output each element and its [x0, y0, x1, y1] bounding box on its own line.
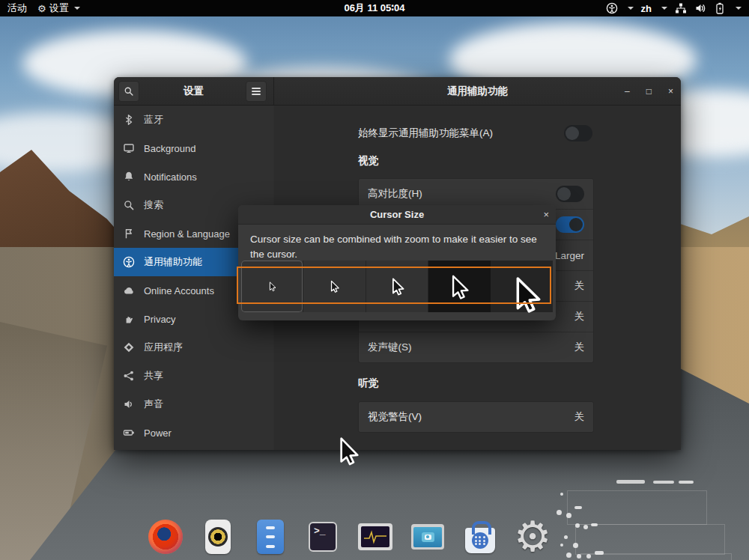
- dialog-close-button[interactable]: ×: [543, 205, 549, 224]
- screenshot-icon: [411, 524, 444, 550]
- cursor-size-option-2[interactable]: [303, 261, 365, 312]
- sidebar-label: 蓝牙: [144, 113, 163, 127]
- sidebar-item-sharing[interactable]: 共享: [114, 362, 273, 390]
- dock-item-firefox[interactable]: [139, 515, 192, 559]
- sidebar-label: 声音: [144, 398, 163, 411]
- large-text-toggle[interactable]: [556, 216, 584, 233]
- always-show-menu-row[interactable]: 始终显示通用辅助功能菜单(A): [358, 119, 592, 147]
- dock-item-settings[interactable]: ⚙: [506, 515, 559, 559]
- cursor-size-option-3[interactable]: [366, 261, 428, 312]
- cursor-icon: [327, 279, 342, 293]
- sidebar-label: 共享: [144, 369, 163, 383]
- network-icon[interactable]: [675, 2, 687, 14]
- chevron-down-icon: [736, 7, 742, 10]
- sidebar-label: 通用辅助功能: [144, 255, 202, 269]
- accessibility-menu-icon[interactable]: [606, 2, 618, 14]
- headerbar-left: 设置: [114, 77, 274, 105]
- cursor-size-dialog: Cursor Size × Cursor size can be combine…: [238, 205, 556, 320]
- cursor-size-option-4[interactable]: [428, 261, 490, 312]
- cursor-size-value: Larger: [555, 250, 584, 261]
- visual-alerts-row[interactable]: 视觉警告(V) 关: [359, 402, 593, 432]
- sidebar-label: Privacy: [144, 314, 176, 325]
- sidebar-label: 应用程序: [144, 341, 183, 354]
- power-icon: [123, 427, 135, 439]
- sidebar-item-bluetooth[interactable]: 蓝牙: [114, 106, 273, 134]
- sound-keys-label: 发声键(S): [368, 341, 412, 354]
- settings-gear-icon: ⚙: [514, 516, 551, 558]
- sidebar-label: 搜索: [144, 198, 163, 212]
- dock-item-files[interactable]: [244, 515, 297, 559]
- minimize-button[interactable]: –: [625, 86, 630, 97]
- sidebar-item-notifications[interactable]: Notifications: [114, 162, 273, 191]
- headerbar: 设置 通用辅助功能 – □ ×: [114, 77, 681, 106]
- cursor-icon: [506, 273, 548, 315]
- always-show-menu-label: 始终显示通用辅助功能菜单(A): [358, 127, 493, 140]
- dialog-title: Cursor Size: [370, 209, 424, 220]
- chevron-down-icon: [628, 7, 634, 10]
- chevron-down-icon: [74, 7, 80, 10]
- cursor-icon: [445, 273, 473, 301]
- app-menu-button[interactable]: ⚙ 设置: [37, 1, 80, 15]
- chevron-down-icon: [661, 7, 667, 10]
- cursor-icon: [387, 276, 407, 296]
- dock-item-terminal[interactable]: >_: [297, 515, 349, 559]
- zoom-value: 关: [574, 279, 585, 293]
- high-contrast-row[interactable]: 高对比度(H): [359, 179, 593, 209]
- high-contrast-toggle[interactable]: [556, 186, 584, 202]
- cursor-size-option-1[interactable]: [241, 261, 303, 312]
- seeing-section-header: 视觉: [358, 154, 378, 168]
- primary-menu-button[interactable]: [246, 81, 267, 102]
- sharing-icon: [123, 370, 135, 382]
- close-button[interactable]: ×: [668, 86, 673, 97]
- sidebar-item-applications[interactable]: 应用程序: [114, 333, 273, 362]
- high-contrast-label: 高对比度(H): [368, 187, 422, 201]
- region-language-icon: [123, 228, 135, 240]
- hearing-section-header: 听觉: [358, 377, 378, 390]
- top-bar: 活动 ⚙ 设置 06月 11 05∶04 zh: [0, 0, 749, 16]
- visual-alerts-label: 视觉警告(V): [368, 410, 422, 424]
- activities-button[interactable]: 活动: [7, 1, 27, 15]
- clock[interactable]: 06月 11 05∶04: [344, 2, 404, 13]
- firefox-icon: [148, 520, 183, 554]
- sidebar-label: Notifications: [144, 171, 197, 183]
- maximize-button[interactable]: □: [646, 86, 652, 97]
- always-show-menu-toggle[interactable]: [564, 125, 592, 141]
- software-icon: [465, 528, 495, 553]
- gear-icon: ⚙: [37, 4, 46, 13]
- volume-icon[interactable]: [694, 2, 706, 14]
- sidebar-label: Background: [144, 143, 195, 154]
- dialog-description: Cursor size can be combined with zoom to…: [238, 225, 556, 261]
- sidebar-label: Region & Language: [144, 228, 230, 240]
- dock: >_ ⚙: [139, 515, 559, 559]
- applications-icon: [123, 341, 135, 353]
- dialog-header: Cursor Size ×: [238, 205, 556, 225]
- dock-item-system-monitor[interactable]: [349, 515, 401, 559]
- sidebar-label: Online Accounts: [144, 285, 214, 296]
- screen-reader-value: 关: [574, 310, 585, 323]
- search-button[interactable]: [118, 81, 139, 102]
- rhythmbox-icon: [205, 520, 231, 554]
- universal-access-icon: [123, 256, 135, 268]
- dock-item-screenshot[interactable]: [401, 515, 454, 559]
- dock-item-software[interactable]: [454, 515, 506, 559]
- battery-icon[interactable]: [714, 2, 726, 14]
- sound-keys-value: 关: [574, 341, 585, 354]
- bluetooth-icon: [123, 114, 135, 126]
- cursor-size-options: [241, 261, 553, 312]
- sidebar-item-background[interactable]: Background: [114, 134, 273, 162]
- panel-title: 通用辅助功能: [447, 85, 508, 98]
- sidebar-item-power[interactable]: Power: [114, 419, 273, 447]
- hamburger-icon: [252, 88, 261, 95]
- terminal-icon: >_: [309, 522, 337, 552]
- cursor-size-option-5[interactable]: [491, 261, 553, 312]
- dock-item-rhythmbox[interactable]: [192, 515, 244, 559]
- sound-keys-row[interactable]: 发声键(S) 关: [359, 332, 593, 362]
- sidebar-item-sound[interactable]: 声音: [114, 390, 273, 419]
- hearing-listbox: 视觉警告(V) 关: [358, 401, 594, 433]
- input-method-indicator[interactable]: zh: [641, 3, 652, 14]
- search-icon: [124, 86, 134, 97]
- privacy-icon: [123, 313, 135, 325]
- app-menu-label: 设置: [49, 1, 69, 15]
- notifications-icon: [123, 171, 135, 183]
- files-icon: [257, 520, 284, 554]
